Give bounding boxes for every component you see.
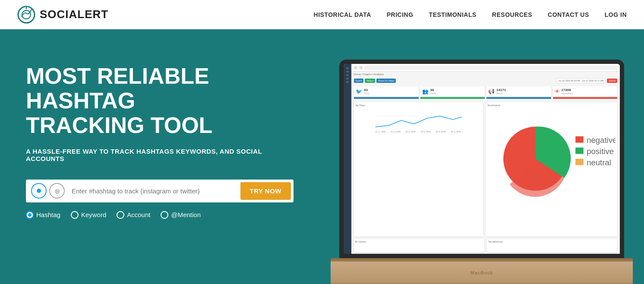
dash-main: Home / Graphs / Analytics Export History… (351, 64, 620, 254)
laptop-wrapper: Home / Graphs / Analytics Export History… (331, 60, 633, 284)
stat-bar-users (420, 97, 485, 99)
stat-info-impressions: 17208 Impressions (562, 88, 573, 95)
history-btn: History (365, 79, 375, 83)
top-influencers-title: Top Influencers (488, 240, 616, 243)
svg-line-3 (30, 9, 32, 11)
pie-chart-svg: negative positive neutral (487, 107, 616, 204)
radio-hashtag[interactable]: Hashtag (26, 211, 60, 219)
sidebar-item (346, 67, 349, 69)
radio-mention[interactable]: @Mention (161, 211, 201, 219)
nav-testimonials[interactable]: TESTIMONIALS (429, 11, 477, 18)
svg-rect-14 (575, 136, 584, 143)
laptop-bottom: MacBook (331, 262, 633, 284)
hero-section: MOST RELIABLE HASHTAG TRACKING TOOL A HA… (0, 29, 644, 284)
svg-text:21.6_SAW: 21.6_SAW (376, 130, 386, 133)
stat-reach-wrapper: 📢 14171 Reach (486, 86, 551, 99)
line-chart-svg: 21.6_SAW 21.6_0AW 22.6_0AW 22.6_9AW 23.6… (356, 107, 481, 133)
stat-bar-impressions (553, 97, 618, 99)
radio-circle-mention (161, 211, 168, 219)
hero-left: MOST RELIABLE HASHTAG TRACKING TOOL A HA… (0, 29, 319, 284)
stat-impressions-wrapper: 👁 17208 Impressions (553, 86, 618, 99)
radio-circle-hashtag (26, 211, 34, 219)
reach-stat-icon: 📢 (488, 88, 495, 95)
stat-info-posts: 43 Posts (364, 88, 369, 95)
line-chart-area: By Days 21.6_SAW 21.6_0AW 22.6_0AW (354, 102, 483, 237)
users-stat-icon: 👥 (422, 88, 429, 95)
dash-bottom-row: By Country Top Influencers (351, 238, 620, 254)
svg-text:23.6_8PM: 23.6_8PM (436, 130, 446, 133)
stat-card-posts: 🐦 43 Posts (354, 86, 419, 96)
logo-icon (17, 6, 35, 24)
platform-icons: ◎ (31, 183, 65, 199)
search-bar: ◎ TRY NOW (26, 180, 294, 202)
instagram-platform-btn[interactable]: ◎ (49, 183, 65, 199)
svg-rect-18 (575, 159, 584, 165)
radio-circle-keyword (71, 211, 79, 219)
nav-contact-us[interactable]: CONTACT US (548, 11, 589, 18)
svg-text:neutral: neutral (587, 158, 611, 167)
date-range: Jun 20 2016 06:25 PM - Jun 27 2016 02:17… (556, 78, 606, 83)
svg-text:22.6_9AW: 22.6_9AW (421, 130, 431, 133)
laptop-screen: Home / Graphs / Analytics Export History… (339, 60, 624, 258)
stat-bar-reach (486, 97, 551, 99)
dash-topbar (351, 64, 620, 72)
stat-posts-wrapper: 🐦 43 Posts (354, 86, 419, 99)
sidebar-item (346, 78, 349, 79)
nav-historical-data[interactable]: HISTORICAL DATA (314, 11, 371, 18)
twitter-stat-icon: 🐦 (356, 88, 362, 95)
logo-area: SOCIALERT (17, 6, 108, 24)
instagram-icon: ◎ (55, 188, 60, 194)
try-now-button[interactable]: TRY NOW (240, 182, 291, 200)
stat-card-impressions: 👁 17208 Impressions (553, 86, 618, 96)
svg-rect-16 (575, 148, 584, 154)
radio-account[interactable]: Account (117, 211, 150, 219)
radio-keyword[interactable]: Keyword (71, 211, 106, 219)
nav-log-in[interactable]: LOG IN (605, 11, 627, 18)
by-country-chart: By Country (354, 239, 484, 252)
sidebar-item (346, 71, 349, 73)
dash-toolbar: Export History Share On Twitter Jun 20 2… (351, 77, 620, 85)
submit-btn: Submit (607, 79, 617, 83)
pie-chart-title: Sentiments (487, 104, 616, 107)
nav-links: HISTORICAL DATA PRICING TESTIMONIALS RES… (314, 11, 627, 18)
radio-circle-account (117, 211, 124, 219)
stat-users-wrapper: 👥 36 Users (420, 86, 485, 99)
sidebar-item (346, 81, 349, 83)
svg-text:positive: positive (587, 147, 614, 156)
impressions-stat-icon: 👁 (555, 88, 560, 95)
dashboard: Home / Graphs / Analytics Export History… (344, 64, 620, 254)
pie-chart-area: Sentiments (486, 102, 617, 237)
svg-text:22.6_0AW: 22.6_0AW (406, 130, 416, 133)
laptop-foot (331, 282, 633, 284)
dash-breadcrumb: Home / Graphs / Analytics (351, 72, 620, 77)
hero-subtitle: A HASSLE-FREE WAY TO TRACK HASHTAGS KEYW… (26, 148, 294, 162)
nav-pricing[interactable]: PRICING (387, 11, 414, 18)
stat-bar-posts (354, 97, 419, 99)
laptop-brand: MacBook (470, 270, 493, 275)
stat-card-users: 👥 36 Users (420, 86, 485, 96)
share-twitter-btn: Share On Twitter (376, 79, 396, 83)
navbar: SOCIALERT HISTORICAL DATA PRICING TESTIM… (0, 0, 644, 29)
line-chart-title: By Days (356, 104, 481, 107)
radio-options: Hashtag Keyword Account @Mention (26, 211, 294, 219)
svg-text:26.4_9PM: 26.4_9PM (451, 130, 461, 133)
hero-right: Home / Graphs / Analytics Export History… (319, 29, 644, 284)
forward-btn (359, 66, 363, 69)
by-country-title: By Country (355, 240, 483, 243)
dash-sidebar (344, 64, 351, 254)
stat-info-users: 36 Users (430, 88, 436, 95)
nav-resources[interactable]: RESOURCES (492, 11, 532, 18)
url-bar (364, 66, 617, 70)
twitter-platform-btn[interactable] (31, 183, 47, 199)
logo-text: SOCIALERT (40, 8, 108, 21)
laptop-hinge (331, 258, 633, 262)
stat-card-reach: 📢 14171 Reach (486, 86, 551, 96)
back-btn (354, 66, 357, 69)
laptop-screen-inner: Home / Graphs / Analytics Export History… (344, 64, 620, 254)
svg-text:21.6_0AW: 21.6_0AW (391, 130, 401, 133)
stat-info-reach: 14171 Reach (496, 88, 506, 95)
dash-charts: By Days 21.6_SAW 21.6_0AW 22.6_0AW (351, 101, 620, 238)
search-input[interactable] (68, 185, 240, 197)
sidebar-item (346, 74, 349, 76)
dash-stats: 🐦 43 Posts (351, 85, 620, 101)
